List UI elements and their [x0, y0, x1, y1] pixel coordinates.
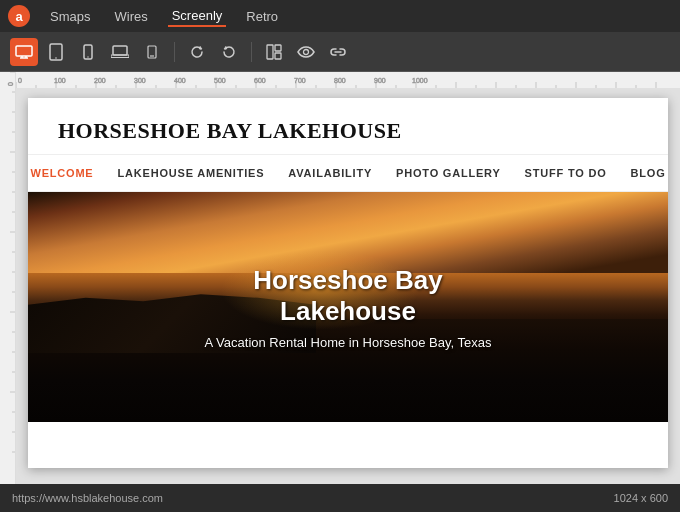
toolbar-separator-1 [174, 42, 175, 62]
svg-text:0: 0 [18, 77, 22, 84]
svg-text:0: 0 [7, 82, 14, 86]
status-bar: https://www.hsblakehouse.com 1024 x 600 [0, 484, 680, 512]
small-device-tool-button[interactable] [138, 38, 166, 66]
hero-subtitle: A Vacation Rental Home in Horseshoe Bay,… [188, 335, 508, 350]
toolbar-separator-2 [251, 42, 252, 62]
svg-text:400: 400 [174, 77, 186, 84]
svg-rect-38 [16, 72, 680, 88]
site-navigation: WELCOME LAKEHOUSE AMENITIES AVAILABILITY… [28, 155, 668, 192]
status-url: https://www.hsblakehouse.com [12, 492, 163, 504]
nav-amenities[interactable]: LAKEHOUSE AMENITIES [118, 167, 265, 179]
svg-rect-14 [275, 53, 281, 59]
svg-rect-9 [111, 55, 129, 58]
menu-screenly[interactable]: Screenly [168, 6, 227, 27]
svg-rect-8 [113, 46, 127, 55]
link-tool-button[interactable] [324, 38, 352, 66]
menu-retro[interactable]: Retro [242, 7, 282, 26]
desktop-tool-button[interactable] [10, 38, 38, 66]
laptop-tool-button[interactable] [106, 38, 134, 66]
top-ruler-svg: 0 100 200 300 400 500 [16, 72, 680, 88]
svg-text:700: 700 [294, 77, 306, 84]
svg-text:100: 100 [54, 77, 66, 84]
refresh-tool-button[interactable] [183, 38, 211, 66]
nav-stuff-to-do[interactable]: STUFF TO DO [525, 167, 607, 179]
rotate-tool-button[interactable] [215, 38, 243, 66]
svg-text:800: 800 [334, 77, 346, 84]
nav-blog[interactable]: BLOG [631, 167, 666, 179]
svg-text:1000: 1000 [412, 77, 428, 84]
toolbar [0, 32, 680, 72]
svg-text:200: 200 [94, 77, 106, 84]
tablet-tool-button[interactable] [42, 38, 70, 66]
webpage-preview: HORSESHOE BAY LAKEHOUSE WELCOME LAKEHOUS… [28, 98, 668, 468]
svg-rect-13 [275, 45, 281, 51]
app-logo[interactable]: a [8, 5, 30, 27]
canvas-area: 0 100 200 300 400 500 [16, 72, 680, 484]
svg-rect-0 [16, 46, 32, 56]
svg-point-15 [304, 49, 309, 54]
nav-availability[interactable]: AVAILABILITY [288, 167, 372, 179]
layout-tool-button[interactable] [260, 38, 288, 66]
nav-gallery[interactable]: PHOTO GALLERY [396, 167, 501, 179]
menu-wires[interactable]: Wires [110, 7, 151, 26]
hero-title: Horseshoe Bay Lakehouse [188, 265, 508, 327]
main-area: 0 [0, 72, 680, 484]
menu-smaps[interactable]: Smaps [46, 7, 94, 26]
nav-welcome[interactable]: WELCOME [30, 167, 93, 179]
site-title: HORSESHOE BAY LAKEHOUSE [58, 118, 638, 144]
svg-text:500: 500 [214, 77, 226, 84]
svg-rect-12 [267, 45, 273, 59]
side-ruler: 0 [0, 72, 16, 484]
site-header: HORSESHOE BAY LAKEHOUSE [28, 98, 668, 155]
svg-text:900: 900 [374, 77, 386, 84]
status-dimensions: 1024 x 600 [614, 492, 668, 504]
svg-text:300: 300 [134, 77, 146, 84]
top-menu-bar: a Smaps Wires Screenly Retro [0, 0, 680, 32]
eye-tool-button[interactable] [292, 38, 320, 66]
hero-section: Horseshoe Bay Lakehouse A Vacation Renta… [28, 192, 668, 422]
hero-text-overlay: Horseshoe Bay Lakehouse A Vacation Renta… [188, 265, 508, 350]
side-ruler-svg: 0 [0, 72, 16, 472]
svg-text:600: 600 [254, 77, 266, 84]
svg-point-7 [87, 56, 88, 57]
mobile-tool-button[interactable] [74, 38, 102, 66]
svg-point-5 [55, 57, 57, 59]
